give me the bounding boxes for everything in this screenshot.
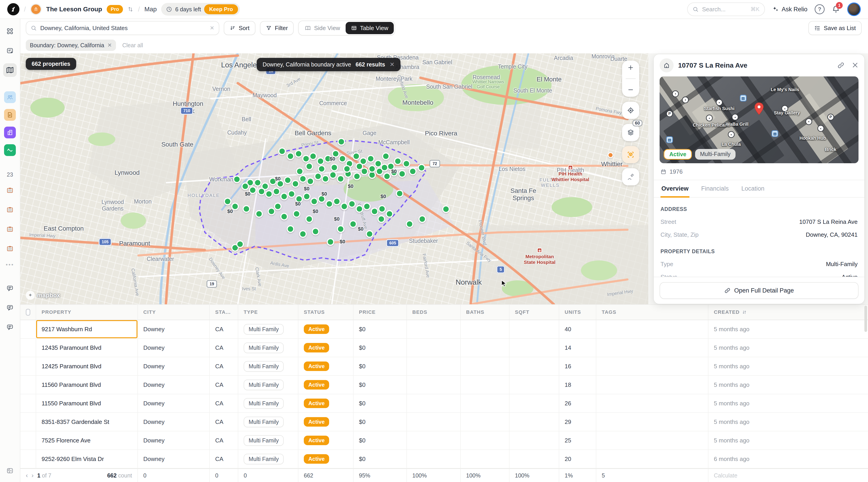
- zoom-in-button[interactable]: [627, 64, 634, 71]
- next-page-icon[interactable]: ›: [31, 472, 33, 479]
- column-header-type[interactable]: TYPE: [238, 305, 298, 320]
- property-map-marker[interactable]: [409, 168, 416, 175]
- locate-button[interactable]: [622, 102, 639, 119]
- sidebar-item-board-3[interactable]: [3, 223, 17, 236]
- property-map-marker[interactable]: [236, 240, 244, 248]
- property-map-marker[interactable]: [442, 205, 450, 213]
- boundary-3d-button[interactable]: [622, 146, 639, 163]
- global-search-input[interactable]: Search... ⌘K: [687, 2, 765, 16]
- property-map-marker[interactable]: [309, 152, 317, 160]
- sidebar-item-board-2[interactable]: [3, 203, 17, 217]
- property-map-marker[interactable]: [340, 203, 348, 210]
- draw-button[interactable]: [622, 168, 639, 185]
- property-map-marker[interactable]: [305, 215, 313, 223]
- column-header-city[interactable]: CITY: [138, 305, 210, 320]
- sidebar-item-documents[interactable]: [4, 109, 16, 121]
- property-map-marker[interactable]: [268, 208, 275, 215]
- property-map-marker[interactable]: [326, 200, 333, 208]
- table-row[interactable]: 12435 Paramount BlvdDowneyCAMulti Family…: [20, 339, 868, 357]
- property-map-marker[interactable]: [241, 182, 249, 190]
- copy-link-icon[interactable]: [837, 62, 844, 69]
- property-map-marker[interactable]: [322, 175, 329, 183]
- column-header-baths[interactable]: BATHS: [461, 305, 509, 320]
- property-map-marker[interactable]: [337, 175, 344, 183]
- property-map-marker[interactable]: [302, 155, 310, 162]
- property-map-marker[interactable]: [258, 188, 266, 195]
- sidebar-item-chat-1[interactable]: [3, 281, 17, 295]
- property-map-marker[interactable]: [280, 213, 288, 220]
- property-map-marker[interactable]: [224, 198, 231, 205]
- cell-property[interactable]: 12435 Paramount Blvd: [36, 339, 138, 357]
- property-map-marker[interactable]: [406, 220, 413, 228]
- property-map-marker[interactable]: [355, 205, 363, 213]
- sort-button[interactable]: Sort: [224, 21, 255, 35]
- satellite-photo[interactable]: P●●●●●●●●P●▤▤▤Le My's NailsStarfish Sush…: [659, 77, 859, 163]
- property-map-marker[interactable]: [418, 164, 426, 172]
- sidebar-item-chat-2[interactable]: [3, 301, 17, 314]
- property-map-marker[interactable]: [310, 198, 318, 205]
- property-map-marker[interactable]: [366, 230, 373, 238]
- property-map-marker[interactable]: [403, 160, 410, 168]
- property-map-marker[interactable]: [396, 190, 403, 198]
- property-map-marker[interactable]: [355, 162, 363, 170]
- app-logo-icon[interactable]: [7, 3, 20, 16]
- ask-relio-button[interactable]: Ask Relio: [772, 6, 807, 13]
- sidebar-item-apps[interactable]: [3, 24, 17, 38]
- property-map-marker[interactable]: [299, 175, 307, 183]
- sidebar-item-contacts[interactable]: [4, 91, 16, 103]
- table-row[interactable]: 9252-9260 Elm Vista DrDowneyCAMulti Fami…: [20, 450, 868, 469]
- cell-property[interactable]: 7525 Florence Ave: [36, 431, 138, 449]
- property-map-marker[interactable]: [343, 165, 351, 173]
- sidebar-item-map[interactable]: [3, 63, 17, 77]
- property-map-marker[interactable]: [254, 179, 261, 186]
- sidebar-item-deals[interactable]: [4, 144, 16, 156]
- column-header-property[interactable]: PROPERTY: [36, 305, 138, 320]
- banner-close-icon[interactable]: ✕: [390, 61, 395, 68]
- column-header-status[interactable]: STATUS: [298, 305, 353, 320]
- property-map-marker[interactable]: [314, 173, 322, 180]
- property-map-marker[interactable]: [378, 205, 386, 213]
- table-scrollbar[interactable]: [864, 306, 867, 332]
- property-map-marker[interactable]: [381, 164, 388, 171]
- clear-search-icon[interactable]: ✕: [210, 25, 214, 31]
- tab-financials[interactable]: Financials: [700, 180, 730, 198]
- cell-property[interactable]: 9217 Washburn Rd: [36, 320, 138, 338]
- property-map-marker[interactable]: [284, 176, 291, 184]
- property-map-marker[interactable]: [312, 228, 319, 235]
- tab-overview[interactable]: Overview: [660, 180, 689, 198]
- property-map-marker[interactable]: [318, 165, 326, 173]
- property-map-marker[interactable]: [287, 225, 294, 233]
- property-map-marker[interactable]: [385, 210, 393, 218]
- table-row[interactable]: 12425 Paramount BlvdDowneyCAMulti Family…: [20, 357, 868, 376]
- property-map-marker[interactable]: [287, 152, 294, 160]
- column-header-tags[interactable]: TAGS: [596, 305, 708, 320]
- property-map-marker[interactable]: [305, 162, 313, 170]
- sidebar-collapse-icon[interactable]: [3, 464, 17, 478]
- location-search-input[interactable]: Downey, California, United States ✕: [26, 21, 219, 35]
- sidebar-item-board-4[interactable]: [3, 242, 17, 256]
- table-row[interactable]: 11560 Paramount BlvdDowneyCAMulti Family…: [20, 376, 868, 394]
- property-map-marker[interactable]: [255, 210, 263, 218]
- close-panel-icon[interactable]: [852, 62, 859, 69]
- table-row[interactable]: 9217 Washburn RdDowneyCAMulti FamilyActi…: [20, 320, 868, 339]
- layers-button[interactable]: 60: [622, 124, 639, 141]
- property-map-marker[interactable]: [273, 188, 280, 195]
- zoom-out-button[interactable]: [627, 86, 634, 93]
- property-map-marker[interactable]: [338, 138, 345, 146]
- property-map-marker[interactable]: [307, 178, 314, 185]
- cell-property[interactable]: 8351-8357 Gardendale St: [36, 413, 138, 431]
- property-map-marker[interactable]: [382, 152, 390, 160]
- table-row[interactable]: 7525 Florence AveDowneyCAMulti FamilyAct…: [20, 431, 868, 450]
- property-map-marker[interactable]: [291, 180, 299, 188]
- property-map-marker[interactable]: [348, 200, 356, 208]
- property-map-marker[interactable]: [367, 155, 375, 162]
- sidebar-item-chat-3[interactable]: [3, 320, 17, 334]
- property-map-marker[interactable]: [398, 170, 406, 178]
- column-header-price[interactable]: PRICE: [353, 305, 407, 320]
- workspace-name[interactable]: The Leeson Group: [46, 6, 102, 13]
- breadcrumb-page[interactable]: Map: [145, 6, 157, 13]
- property-map-marker[interactable]: [288, 190, 296, 198]
- property-map-marker[interactable]: [394, 157, 402, 165]
- property-map-marker[interactable]: [339, 155, 346, 162]
- column-header-created[interactable]: CREATED: [708, 305, 868, 320]
